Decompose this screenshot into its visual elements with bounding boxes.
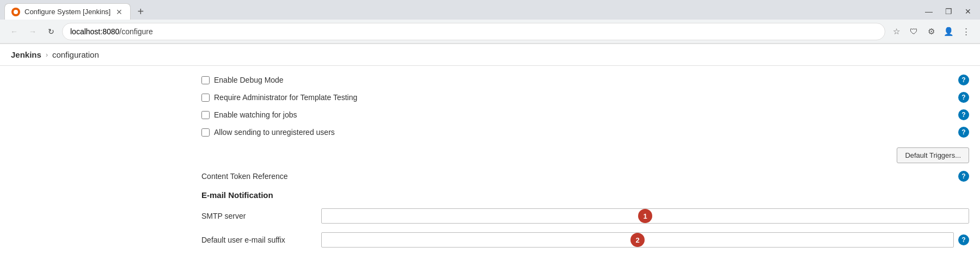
smtp-server-input[interactable]	[321, 208, 969, 224]
extension-icon[interactable]: ⚙	[923, 24, 939, 39]
bookmark-icon[interactable]: ☆	[889, 24, 904, 39]
email-suffix-row: Default user e-mail suffix 2 ?	[201, 228, 969, 252]
breadcrumb-configuration: configuration	[52, 50, 99, 59]
address-host: localhost:8080	[70, 27, 119, 36]
page-body: Enable Debug Mode ? Require Administrato…	[0, 66, 980, 272]
checkbox-row-debug: Enable Debug Mode ?	[201, 71, 969, 89]
new-tab-button[interactable]: +	[133, 4, 148, 19]
content-token-label: Content Token Reference	[201, 172, 288, 181]
tab-favicon	[11, 8, 20, 16]
allow-unregistered-label: Allow sending to unregistered users	[214, 128, 335, 137]
breadcrumb-separator: ›	[46, 51, 48, 59]
email-suffix-label: Default user e-mail suffix	[201, 236, 321, 244]
tab-close-button[interactable]: ✕	[115, 8, 124, 16]
require-admin-checkbox[interactable]	[201, 94, 210, 102]
allow-unregistered-checkbox[interactable]	[201, 128, 210, 137]
address-path: /configure	[119, 27, 152, 36]
require-admin-label: Require Administrator for Template Testi…	[214, 93, 357, 102]
close-window-button[interactable]: ✕	[960, 4, 976, 19]
enable-debug-checkbox[interactable]	[201, 76, 210, 84]
window-controls: — ❐ ✕	[921, 4, 976, 19]
help-watching-button[interactable]: ?	[958, 109, 969, 120]
menu-icon[interactable]: ⋮	[958, 24, 973, 39]
email-section-divider: E-mail Notification	[201, 190, 969, 200]
back-button[interactable]: ←	[7, 24, 22, 39]
email-section-title: E-mail Notification	[201, 190, 969, 200]
reload-button[interactable]: ↻	[44, 24, 59, 39]
help-email-suffix-button[interactable]: ?	[958, 234, 969, 245]
svg-point-0	[14, 10, 18, 14]
button-row: Default Triggers...	[201, 141, 969, 168]
tab-bar: Configure System [Jenkins] ✕ + — ❐ ✕	[0, 0, 980, 20]
smtp-server-row: SMTP server 1	[201, 204, 969, 228]
help-debug-button[interactable]: ?	[958, 75, 969, 85]
enable-watching-checkbox[interactable]	[201, 111, 210, 119]
content-token-row: Content Token Reference ?	[201, 168, 969, 185]
address-bar: ← → ↻ localhost:8080/configure ☆ 🛡 ⚙ 👤 ⋮	[0, 20, 980, 44]
page-header: Jenkins › configuration	[0, 44, 980, 66]
help-unregistered-button[interactable]: ?	[958, 127, 969, 138]
smtp-server-input-wrapper: 1	[321, 208, 969, 224]
breadcrumb-jenkins[interactable]: Jenkins	[11, 50, 41, 59]
checkbox-row-admin: Require Administrator for Template Testi…	[201, 89, 969, 106]
shield-icon[interactable]: 🛡	[906, 24, 921, 39]
tab-title: Configure System [Jenkins]	[24, 8, 111, 16]
account-icon[interactable]: 👤	[941, 24, 956, 39]
maximize-button[interactable]: ❐	[941, 4, 956, 19]
active-tab[interactable]: Configure System [Jenkins] ✕	[4, 3, 131, 20]
enable-debug-label: Enable Debug Mode	[214, 76, 284, 84]
smtp-server-label: SMTP server	[201, 212, 321, 220]
email-suffix-input-wrapper: 2	[321, 232, 954, 248]
default-triggers-button[interactable]: Default Triggers...	[897, 147, 969, 163]
help-content-token-button[interactable]: ?	[958, 171, 969, 182]
toolbar-icons: ☆ 🛡 ⚙ 👤 ⋮	[889, 24, 973, 39]
enable-watching-label: Enable watching for jobs	[214, 110, 297, 119]
browser-chrome: Configure System [Jenkins] ✕ + — ❐ ✕ ← →…	[0, 0, 980, 44]
checkbox-row-watching: Enable watching for jobs ?	[201, 106, 969, 123]
address-input[interactable]: localhost:8080/configure	[62, 23, 885, 40]
help-admin-button[interactable]: ?	[958, 92, 969, 103]
forward-button[interactable]: →	[25, 24, 40, 39]
settings-section: Enable Debug Mode ? Require Administrato…	[201, 71, 969, 252]
checkbox-row-unregistered: Allow sending to unregistered users ?	[201, 123, 969, 141]
email-suffix-input[interactable]	[321, 232, 954, 248]
minimize-button[interactable]: —	[921, 4, 936, 19]
